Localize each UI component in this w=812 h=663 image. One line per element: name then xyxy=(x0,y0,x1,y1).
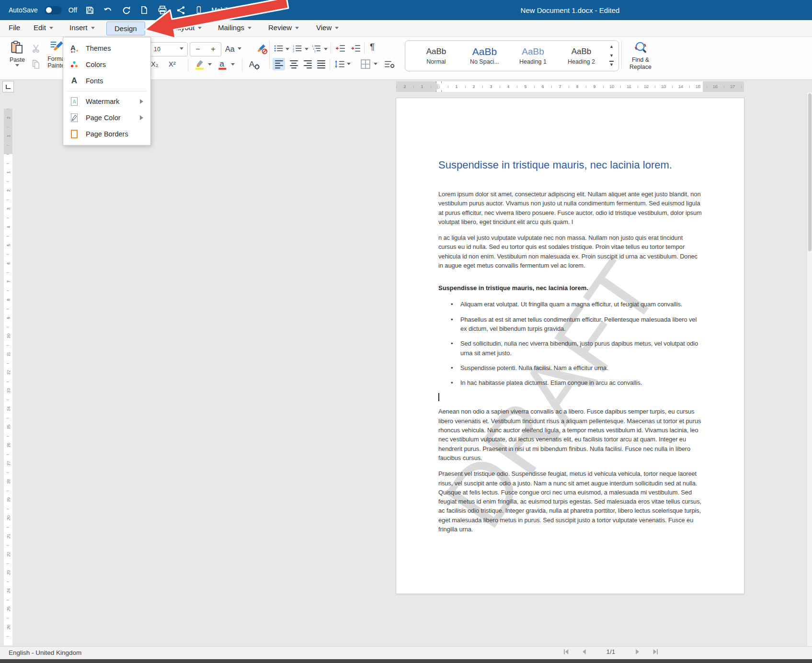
ruler-number: 7 xyxy=(4,277,12,286)
share-icon[interactable] xyxy=(175,4,186,16)
empty-line[interactable] xyxy=(438,393,702,402)
save-icon[interactable] xyxy=(84,4,95,16)
justify-button[interactable] xyxy=(315,58,327,70)
first-page-button[interactable] xyxy=(563,649,570,655)
vertical-ruler[interactable]: 2112345678910111213141516171819202122232… xyxy=(4,109,12,645)
clear-formatting-button[interactable] xyxy=(255,42,269,56)
change-case-button[interactable]: Aa xyxy=(225,43,241,56)
last-page-button[interactable] xyxy=(652,649,658,655)
menu-design[interactable]: Design xyxy=(106,22,145,35)
bullet-list-button[interactable] xyxy=(274,43,284,54)
ruler-number: 22 xyxy=(4,550,12,559)
subscript-button[interactable]: X₂ xyxy=(151,60,158,68)
menu-item-page-color[interactable]: Page Color xyxy=(63,110,150,126)
chevron-down-icon[interactable] xyxy=(324,48,328,52)
menu-item-themes[interactable]: A Themes xyxy=(63,40,150,56)
mobile-label[interactable]: Mobile A xyxy=(211,6,237,14)
menu-item-colors[interactable]: Colors xyxy=(63,56,150,73)
horizontal-ruler[interactable]: 21123456789101112131415161718 xyxy=(396,81,744,92)
list-item[interactable]: • Sed sollicitudin, nulla nec viverra bi… xyxy=(438,339,702,358)
paragraph[interactable]: Aenean non odio a sapien viverra convall… xyxy=(438,407,702,462)
styles-down-button[interactable]: ▼ xyxy=(609,52,614,60)
window-bottom-edge xyxy=(0,659,812,663)
style-item[interactable]: AaBb Normal xyxy=(412,46,460,65)
language-indicator[interactable]: English - United Kingdom xyxy=(9,649,81,656)
paragraph-settings-button[interactable] xyxy=(383,58,396,70)
menu-mailings[interactable]: Mailings xyxy=(218,23,252,32)
character-settings-button[interactable]: A xyxy=(247,58,261,71)
increase-indent-button[interactable] xyxy=(350,43,361,54)
list-item[interactable]: • Aliquam erat volutpat. Ut fringilla qu… xyxy=(438,300,702,309)
scrollbar-thumb[interactable] xyxy=(808,93,812,251)
bullet-list-icon xyxy=(274,44,284,53)
menu-item-watermark[interactable]: A Watermark xyxy=(63,93,150,110)
menu-insert[interactable]: Insert xyxy=(69,23,95,32)
document-page[interactable]: DRAFT Suspendisse in tristique mauris, n… xyxy=(396,98,744,594)
line-spacing-button[interactable] xyxy=(333,58,346,70)
style-item[interactable]: AaBb No Spaci... xyxy=(460,46,509,65)
chevron-down-icon[interactable] xyxy=(305,48,309,52)
vertical-scrollbar[interactable] xyxy=(807,92,812,646)
styles-more-button[interactable]: ▼ xyxy=(609,61,614,68)
decrease-font-button[interactable]: − xyxy=(190,45,206,54)
copy-button[interactable] xyxy=(30,58,42,70)
ruler-number: 23 xyxy=(4,568,12,577)
menu-page-layout[interactable]: Page Layout xyxy=(154,23,202,32)
chevron-down-icon[interactable] xyxy=(286,48,289,52)
chevron-down-icon[interactable] xyxy=(374,63,377,67)
chevron-down-icon[interactable] xyxy=(208,63,212,67)
document-heading[interactable]: Suspendisse in tristique mauris, nec lac… xyxy=(438,159,702,171)
paragraph[interactable]: Lorem ipsum dolor sit amet, consectetur … xyxy=(438,190,702,226)
menu-review[interactable]: Review xyxy=(268,23,299,32)
font-color-button[interactable]: a xyxy=(217,58,229,71)
previous-page-button[interactable] xyxy=(581,649,587,655)
svg-text:a: a xyxy=(219,59,224,68)
menu-view[interactable]: View xyxy=(316,23,339,32)
chevron-down-icon[interactable] xyxy=(231,63,235,67)
autosave-toggle[interactable] xyxy=(45,6,62,14)
copy-icon xyxy=(31,59,41,69)
numbered-list-button[interactable]: 123 xyxy=(292,43,303,54)
find-replace-button[interactable]: Find &Replace xyxy=(624,41,657,71)
undo-icon[interactable] xyxy=(102,4,114,16)
chevron-down-icon[interactable] xyxy=(347,63,351,67)
next-page-button[interactable] xyxy=(634,649,640,655)
style-item[interactable]: AaBb Heading 1 xyxy=(509,46,557,65)
menu-item-fonts[interactable]: A Fonts xyxy=(63,73,150,89)
new-document-icon[interactable] xyxy=(138,4,150,16)
menu-item-page-borders[interactable]: Page Borders xyxy=(63,126,150,142)
multilevel-list-button[interactable]: 123 xyxy=(311,43,322,54)
list-item[interactable]: • Suspendisse potenti. Nulla facilisi. N… xyxy=(438,363,702,372)
increase-font-button[interactable]: + xyxy=(206,45,221,54)
menu-edit[interactable]: Edit xyxy=(34,23,53,32)
document-subheading[interactable]: Suspendisse in tristique mauris, nec lac… xyxy=(438,284,702,292)
redo-icon[interactable] xyxy=(120,4,132,16)
ruler-number: 1 xyxy=(4,168,12,177)
paste-button[interactable]: Paste xyxy=(7,40,28,70)
font-size-stepper: − + xyxy=(190,42,221,56)
highlight-color-button[interactable] xyxy=(194,58,206,71)
design-dropdown-menu: A Themes Colors A Fonts A Watermark xyxy=(63,37,151,146)
menu-file[interactable]: File xyxy=(9,23,20,32)
align-center-button[interactable] xyxy=(287,58,300,70)
paragraph[interactable]: Praesent vel tristique odio. Suspendisse… xyxy=(438,469,702,534)
superscript-button[interactable]: X² xyxy=(169,60,176,68)
borders-button[interactable] xyxy=(359,58,372,70)
font-size-select[interactable]: 10 xyxy=(149,42,188,56)
ruler-number: 1 xyxy=(4,132,12,140)
list-item[interactable]: • In hac habitasse platea dictumst. Etia… xyxy=(438,378,702,387)
formatting-marks-button[interactable]: ¶ xyxy=(370,42,375,52)
style-item[interactable]: AaBb Heading 2 xyxy=(557,46,606,65)
align-left-button[interactable] xyxy=(273,58,285,70)
paragraph[interactable]: n ac ligula vel justo vulputate vulputat… xyxy=(438,233,702,270)
list-item[interactable]: • Phasellus at est sit amet tellus condi… xyxy=(438,315,702,334)
styles-up-button[interactable]: ▲ xyxy=(609,43,614,51)
mobile-icon[interactable] xyxy=(193,4,205,16)
decrease-indent-button[interactable] xyxy=(334,43,346,54)
tab-stop-selector[interactable] xyxy=(2,81,14,92)
document-text: Suspendisse in tristique mauris, nec lac… xyxy=(438,159,702,534)
cut-button[interactable] xyxy=(30,43,42,54)
svg-text:3: 3 xyxy=(314,50,315,53)
align-right-button[interactable] xyxy=(301,58,314,70)
print-icon[interactable] xyxy=(157,4,168,16)
